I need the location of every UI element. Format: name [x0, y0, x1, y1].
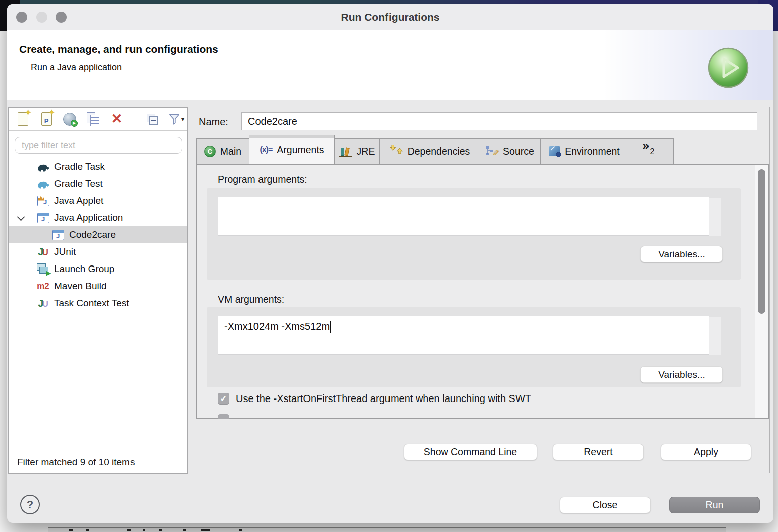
gradle-task-icon: [36, 161, 50, 173]
window-title: Run Configurations: [7, 11, 773, 23]
background-artifact: [159, 529, 162, 531]
tab-main[interactable]: C Main: [196, 138, 249, 164]
name-input[interactable]: [241, 112, 757, 130]
vm-arguments-group: -Xmx1024m -Xms512m Variables...: [207, 307, 741, 387]
new-launch-configuration-prototype-icon[interactable]: ✦P: [38, 111, 54, 128]
background-artifact: [143, 529, 145, 531]
vm-arguments-label: VM arguments:: [218, 294, 284, 305]
swt-checkbox-row[interactable]: ✓ Use the -XstartOnFirstThread argument …: [218, 393, 531, 405]
content-scrollbar[interactable]: [755, 165, 768, 418]
background-artifact: [127, 529, 131, 531]
dependencies-tab-icon: [389, 144, 403, 159]
tree-item-java-applet[interactable]: J Java Applet: [9, 192, 187, 209]
filter-input[interactable]: [15, 137, 182, 154]
banner-subheading: Run a Java application: [31, 62, 122, 73]
junit-icon: JU: [36, 246, 50, 258]
program-variables-button[interactable]: Variables...: [640, 246, 723, 262]
java-applet-icon: J: [36, 195, 50, 207]
sidebar-toolbar: ✦ ✦P ▶ ✕: [9, 108, 187, 131]
tree-item-label: Task Context Test: [54, 298, 129, 309]
arguments-tab-content: Program arguments: Variables... VM argum…: [196, 164, 769, 419]
tab-jre[interactable]: JRE: [335, 138, 380, 164]
jre-tab-icon: [339, 146, 352, 157]
filter-match-status: Filter matched 9 of 10 items: [17, 457, 135, 468]
background-artifact: [183, 529, 186, 531]
run-play-icon: [707, 46, 750, 89]
content-scrollbar-thumb[interactable]: [758, 169, 765, 314]
tab-arguments[interactable]: (x)= Arguments: [249, 135, 335, 164]
vm-variables-button[interactable]: Variables...: [640, 366, 723, 383]
duplicate-launch-configuration-icon[interactable]: [85, 111, 101, 128]
tab-overflow-icon: » 2: [640, 141, 662, 161]
header-banner: Create, manage, and run configurations R…: [7, 30, 773, 100]
tab-environment[interactable]: Environment: [541, 138, 628, 164]
export-launch-configurations-icon[interactable]: ▶: [62, 111, 78, 128]
vm-arguments-textarea[interactable]: -Xmx1024m -Xms512m: [218, 316, 710, 355]
textarea-scrollbar[interactable]: [709, 316, 722, 355]
tree-item-label: Gradle Test: [54, 178, 103, 189]
background-app-sliver: [48, 527, 726, 532]
delete-launch-configuration-icon[interactable]: ✕: [109, 111, 125, 128]
help-button[interactable]: ?: [20, 495, 40, 514]
tab-dependencies[interactable]: Dependencies: [380, 138, 479, 164]
revert-button[interactable]: Revert: [553, 444, 644, 460]
tree-item-label: Maven Build: [54, 281, 107, 292]
tree-item-launch-group[interactable]: ▶ Launch Group: [9, 260, 187, 278]
tree-item-code2care-selected[interactable]: J Code2care: [9, 226, 187, 243]
tree-item-gradle-test[interactable]: Gradle Test: [9, 175, 187, 192]
tree-item-label: Launch Group: [54, 263, 114, 275]
filter-dropdown-icon[interactable]: ▾: [181, 116, 184, 123]
tree-item-label: JUnit: [54, 246, 76, 257]
toolbar-separator: [135, 111, 135, 128]
tree-item-gradle-task[interactable]: Gradle Task: [9, 158, 187, 175]
configuration-detail-panel: Name: C Main (x)= Arguments JRE: [195, 107, 770, 473]
task-context-test-icon: JU: [36, 297, 50, 309]
tab-source[interactable]: ✎ Source: [479, 138, 541, 164]
expand-chevron-icon[interactable]: [17, 213, 25, 221]
name-label: Name:: [199, 116, 228, 128]
partially-visible-checkbox[interactable]: [218, 414, 229, 419]
background-artifact: [69, 529, 73, 531]
footer-divider: [7, 481, 773, 481]
background-artifact: [86, 529, 89, 531]
program-arguments-textarea[interactable]: [218, 197, 710, 236]
configurations-tree: Gradle Task Gradle Test J Java Applet: [9, 158, 187, 312]
tree-item-label: Java Applet: [54, 195, 103, 206]
java-application-icon: J: [51, 229, 65, 241]
program-arguments-group: Variables...: [207, 188, 741, 280]
background-artifact: [201, 529, 210, 531]
run-button[interactable]: Run: [669, 497, 760, 513]
tree-item-label: Java Application: [54, 212, 123, 223]
checkbox-checked-icon[interactable]: ✓: [218, 393, 229, 405]
run-configurations-dialog: Run Configurations Create, manage, and r…: [7, 4, 773, 523]
launch-group-icon: ▶: [36, 263, 50, 275]
title-bar: Run Configurations: [7, 4, 773, 30]
swt-checkbox-label: Use the -XstartOnFirstThread argument wh…: [236, 393, 531, 405]
gradle-test-icon: [36, 178, 50, 190]
tree-item-task-context-test[interactable]: JU Task Context Test: [9, 295, 187, 312]
configurations-sidebar: ✦ ✦P ▶ ✕: [8, 107, 188, 474]
show-command-line-button[interactable]: Show Command Line: [404, 444, 537, 460]
tree-item-label: Code2care: [69, 229, 116, 240]
new-launch-configuration-icon[interactable]: ✦: [15, 111, 31, 128]
tree-item-java-application[interactable]: J Java Application: [9, 209, 187, 226]
environment-tab-icon: [549, 146, 560, 156]
screen: Run Configurations Create, manage, and r…: [0, 0, 778, 532]
maven-icon: m2: [36, 280, 50, 292]
java-application-icon: J: [36, 212, 50, 224]
tree-item-label: Gradle Task: [54, 161, 105, 172]
tree-item-junit[interactable]: JU JUnit: [9, 243, 187, 260]
tab-overflow[interactable]: » 2: [628, 138, 674, 164]
tree-item-maven-build[interactable]: m2 Maven Build: [9, 278, 187, 295]
textarea-scrollbar[interactable]: [709, 197, 722, 236]
main-tab-icon: C: [204, 146, 216, 157]
filter-launch-configurations-icon[interactable]: ▾: [168, 111, 184, 128]
text-cursor: [330, 321, 331, 333]
close-button[interactable]: Close: [560, 497, 651, 513]
arguments-tab-icon: (x)=: [260, 145, 272, 154]
collapse-all-icon[interactable]: [145, 111, 161, 128]
program-arguments-label: Program arguments:: [218, 174, 307, 185]
apply-button[interactable]: Apply: [661, 444, 751, 460]
source-tab-icon: ✎: [485, 145, 498, 157]
background-artifact: [239, 529, 242, 531]
